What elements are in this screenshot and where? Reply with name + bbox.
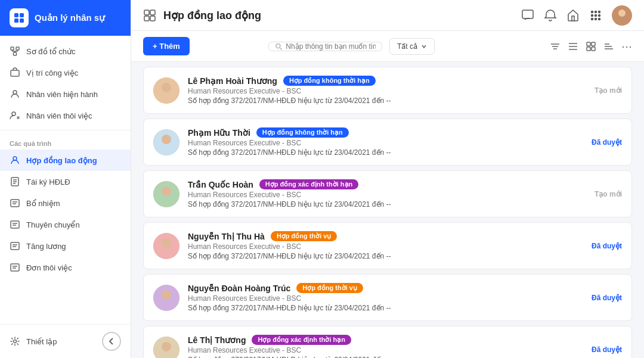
sidebar: Quản lý nhân sự Sơ đồ tổ chức Vị trí côn…: [0, 0, 131, 358]
sidebar-item-bo-nhiem-label: Bổ nhiệm: [26, 199, 60, 208]
contract-badge: Hợp đồng thời vụ: [271, 231, 338, 241]
svg-rect-25: [11, 242, 19, 250]
more-button[interactable]: ⋯: [621, 40, 632, 53]
sidebar-item-don-thoi-viec[interactable]: Đơn thôi việc: [0, 257, 131, 278]
sidebar-item-bo-nhiem[interactable]: Bổ nhiệm: [0, 192, 131, 214]
logo-text: Quản lý nhân sự: [35, 13, 105, 23]
sidebar-item-nhan-vien-hh-label: Nhân viên hiện hành: [26, 90, 98, 99]
contract-name: Trần Quốc Hoàn: [188, 180, 253, 189]
svg-point-40: [592, 14, 593, 16]
add-button[interactable]: + Thêm: [143, 37, 190, 55]
svg-point-42: [599, 14, 600, 16]
avatar: [153, 337, 179, 359]
contract-info: Trần Quốc Hoàn Hợp đồng xác định thời hạ…: [188, 179, 586, 208]
settings-item[interactable]: Thiết lập: [10, 336, 57, 347]
sidebar-item-tai-ky-label: Tái ký HĐLĐ: [26, 178, 70, 186]
svg-rect-1: [20, 13, 24, 17]
chevron-down-icon: [421, 43, 427, 49]
filter-icon-btn[interactable]: [550, 41, 561, 52]
sidebar-item-hop-dong-label: Hợp đồng lao động: [26, 156, 97, 165]
sidebar-item-tang-luong-label: Tăng lương: [26, 242, 66, 251]
contract-position: Human Resources Executive - BSC: [188, 139, 583, 147]
contract-number: Số hợp đồng 372/2017/NM-HĐLĐ hiệu lực từ…: [188, 200, 586, 208]
svg-rect-3: [20, 18, 24, 23]
sidebar-item-thuyen-chuyen[interactable]: Thuyên chuyển: [0, 214, 131, 235]
svg-point-70: [162, 238, 171, 248]
svg-rect-35: [150, 16, 155, 21]
contract-status: Đã duyệt: [592, 138, 622, 147]
contract-badge: Hợp đồng không thời hạn: [256, 127, 349, 138]
svg-point-64: [162, 83, 171, 92]
svg-point-13: [12, 112, 16, 116]
sidebar-item-tai-ky[interactable]: Tái ký HĐLĐ: [0, 171, 131, 192]
table-row[interactable]: Lê Thị Thương Hợp đồng xác định thời hạn…: [143, 326, 632, 358]
toolbar: + Thêm Tất cả: [131, 31, 644, 62]
avatar: [153, 77, 179, 104]
contract-name: Phạm Hữu Thời: [188, 128, 250, 138]
search-icon: [275, 42, 282, 51]
user-avatar[interactable]: [612, 5, 632, 26]
sidebar-item-vi-tri[interactable]: Vị trí công việc: [0, 62, 131, 83]
contract-number: Số hợp đồng 372/2017/NM-HĐLĐ hiệu lực từ…: [188, 252, 583, 260]
svg-rect-28: [11, 264, 19, 271]
nav-divider-1: [0, 130, 131, 130]
table-row[interactable]: Trần Quốc Hoàn Hợp đồng xác định thời hạ…: [143, 170, 632, 217]
table-row[interactable]: Nguyễn Thị Thu Hà Hợp đồng thời vụ Human…: [143, 222, 632, 269]
table-row[interactable]: Phạm Hữu Thời Hợp đồng không thời hạn Hu…: [143, 119, 632, 166]
svg-rect-33: [150, 10, 155, 15]
svg-point-47: [618, 10, 626, 17]
sort-btn[interactable]: [603, 41, 614, 52]
sidebar-bottom: Thiết lập: [0, 324, 131, 358]
sidebar-item-so-do-label: Sơ đồ tổ chức: [26, 47, 76, 56]
avatar: [153, 285, 179, 311]
contract-number: Số hợp đồng 372/2017/NM-HĐLĐ hiệu lực từ…: [188, 356, 583, 358]
table-row[interactable]: Lê Phạm Hoài Thương Hợp đồng không thời …: [143, 67, 632, 114]
contract-list: Lê Phạm Hoài Thương Hợp đồng không thời …: [131, 62, 644, 358]
sidebar-logo: Quản lý nhân sự: [0, 0, 131, 36]
nav-section-processes: Các quá trình: [0, 134, 131, 150]
sidebar-item-nhan-vien-tv[interactable]: Nhân viên thôi việc: [0, 105, 131, 126]
filter-dropdown[interactable]: Tất cả: [389, 38, 435, 55]
svg-point-45: [599, 18, 600, 20]
table-row[interactable]: Nguyễn Đoàn Hoàng Trúc Hợp đồng thời vụ …: [143, 274, 632, 321]
sidebar-item-nhan-vien-hh[interactable]: Nhân viên hiện hành: [0, 83, 131, 105]
main: Hợp đồng lao động: [131, 0, 644, 358]
svg-rect-19: [11, 200, 19, 207]
contract-status: Tạo mới: [595, 86, 622, 95]
svg-point-41: [595, 14, 597, 16]
list-view-btn[interactable]: [568, 41, 578, 52]
svg-rect-0: [14, 13, 18, 17]
svg-rect-22: [11, 221, 19, 228]
contract-status: Tạo mới: [595, 190, 622, 198]
back-button[interactable]: [102, 332, 121, 351]
search-box[interactable]: [268, 42, 382, 51]
contract-position: Human Resources Executive - BSC: [188, 294, 583, 303]
svg-rect-58: [587, 47, 590, 51]
svg-rect-11: [11, 70, 19, 76]
chat-icon[interactable]: [521, 9, 534, 22]
contract-badge: Hợp đồng không thời hạn: [283, 76, 376, 86]
settings-label: Thiết lập: [26, 337, 57, 346]
svg-rect-59: [592, 47, 595, 51]
svg-point-68: [162, 186, 171, 196]
contract-position: Human Resources Executive - BSC: [188, 346, 583, 354]
contract-info: Nguyễn Đoàn Hoàng Trúc Hợp đồng thời vụ …: [188, 283, 583, 312]
home-icon[interactable]: [566, 9, 580, 22]
svg-point-39: [599, 11, 600, 13]
avatar: [153, 181, 179, 207]
sidebar-item-so-do-to-chuc[interactable]: Sơ đồ tổ chức: [0, 41, 131, 62]
sidebar-item-tang-luong[interactable]: Tăng lương: [0, 235, 131, 257]
svg-rect-32: [144, 10, 149, 15]
svg-rect-5: [16, 47, 19, 50]
search-input[interactable]: [286, 42, 376, 51]
sidebar-item-thuyen-chuyen-label: Thuyên chuyển: [26, 220, 80, 229]
apps-icon[interactable]: [589, 9, 602, 22]
grid-view-btn[interactable]: [586, 41, 596, 52]
topbar: Hợp đồng lao động: [131, 0, 644, 31]
contract-badge: Hợp đồng xác định thời hạn: [259, 179, 359, 189]
sidebar-item-hop-dong[interactable]: Hợp đồng lao động: [0, 150, 131, 171]
topbar-actions: [521, 5, 632, 26]
svg-point-37: [592, 11, 593, 13]
bell-icon[interactable]: [544, 9, 557, 22]
contract-position: Human Resources Executive - BSC: [188, 242, 583, 251]
